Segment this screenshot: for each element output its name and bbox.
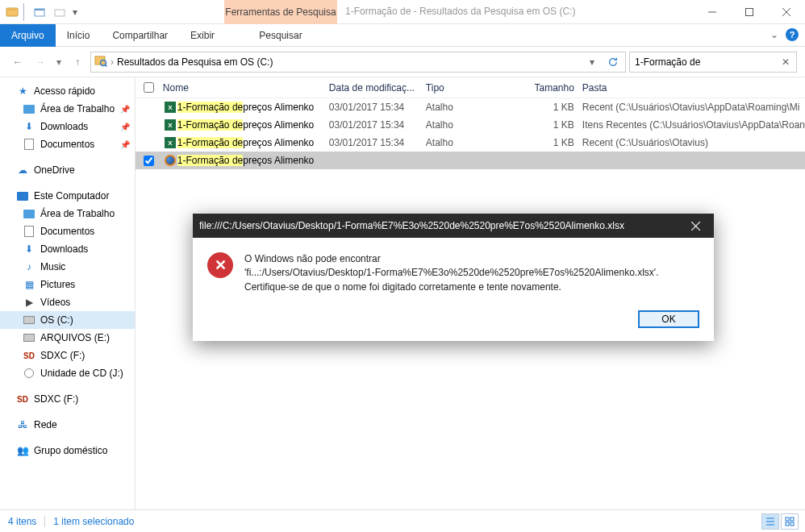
file-date: 03/01/2017 15:34 (329, 137, 426, 148)
cloud-icon: ☁ (16, 164, 29, 177)
excel-icon: X (163, 101, 177, 114)
search-clear-icon[interactable]: ✕ (780, 56, 791, 68)
qat-newfolder-icon[interactable] (51, 3, 69, 21)
ribbon-tab-share[interactable]: Compartilhar (101, 24, 179, 47)
nav-pc-videos[interactable]: ▶Vídeos (0, 293, 135, 311)
address-text[interactable]: Resultados da Pesquisa em OS (C:) (117, 56, 580, 68)
file-row[interactable]: X1-Formação de preços Alimenko03/01/2017… (136, 116, 805, 134)
search-results-icon (94, 54, 107, 69)
nav-sdxc[interactable]: SDSDXC (F:) (0, 390, 135, 408)
nav-pc-music[interactable]: ♪Music (0, 258, 135, 276)
file-row[interactable]: X1-Formação de preços Alimenko03/01/2017… (136, 98, 805, 116)
nav-pc-desktop[interactable]: Área de Trabalho (0, 205, 135, 222)
search-box[interactable]: ✕ (629, 52, 797, 73)
close-button[interactable] (768, 0, 805, 24)
pin-icon: 📌 (120, 105, 130, 114)
address-dropdown-icon[interactable]: ▾ (583, 53, 601, 71)
file-type: Atalho (426, 102, 513, 113)
download-icon: ⬇ (23, 120, 35, 133)
nav-pc-documents[interactable]: Documentos (0, 222, 135, 240)
minimize-button[interactable] (694, 0, 731, 24)
ribbon-tab-home[interactable]: Início (56, 24, 102, 47)
nav-this-pc[interactable]: Este Computador (0, 187, 135, 205)
column-date[interactable]: Data de modificaç... (329, 82, 426, 94)
nav-drive-f[interactable]: SDSDXC (F:) (0, 347, 135, 364)
svg-rect-6 (746, 9, 753, 16)
error-icon: ✕ (207, 252, 233, 278)
homegroup-icon: 👥 (16, 444, 29, 457)
nav-drive-e[interactable]: ARQUIVOS (E:) (0, 329, 135, 347)
view-icons-button[interactable] (781, 513, 799, 530)
navigation-pane[interactable]: ★Acesso rápido Área de Trabalho📌 ⬇Downlo… (0, 77, 136, 509)
nav-desktop[interactable]: Área de Trabalho📌 (0, 100, 135, 118)
videos-icon: ▶ (23, 296, 35, 309)
navigation-bar: ← → ▾ ↑ › Resultados da Pesquisa em OS (… (0, 47, 805, 77)
sd-icon: SD (23, 349, 35, 362)
nav-quick-access[interactable]: ★Acesso rápido (0, 82, 135, 100)
file-date: 03/01/2017 15:34 (329, 102, 426, 113)
music-icon: ♪ (23, 260, 35, 273)
search-input[interactable] (635, 56, 780, 68)
cd-icon (23, 367, 35, 380)
ribbon-file-tab[interactable]: Arquivo (0, 24, 56, 47)
svg-rect-15 (786, 517, 789, 521)
file-row[interactable]: X1-Formação de preços Alimenko03/01/2017… (136, 134, 805, 152)
column-folder[interactable]: Pasta (582, 82, 805, 94)
star-icon: ★ (16, 85, 29, 98)
view-details-button[interactable] (761, 513, 779, 530)
firefox-icon (163, 154, 177, 167)
nav-drive-c[interactable]: OS (C:) (0, 311, 135, 329)
nav-onedrive[interactable]: ☁OneDrive (0, 161, 135, 179)
network-icon: 🖧 (16, 418, 29, 431)
qat-properties-icon[interactable] (31, 3, 48, 21)
file-row[interactable]: 1-Formação de preços Alimenko (136, 152, 805, 169)
file-folder: Recent (C:\Usuários\Otavius\AppData\Roam… (582, 102, 805, 113)
status-selection-count: 1 item selecionado (53, 516, 134, 527)
nav-network[interactable]: 🖧Rede (0, 416, 135, 434)
refresh-icon[interactable] (604, 53, 622, 71)
excel-icon: X (163, 118, 177, 131)
column-name[interactable]: Nome (163, 82, 329, 94)
column-size[interactable]: Tamanho (513, 82, 582, 94)
drive-icon (23, 331, 35, 344)
nav-pc-pictures[interactable]: ▦Pictures (0, 276, 135, 293)
dialog-message: O Windows não pode encontrar 'fi...:/Use… (244, 252, 659, 294)
column-type[interactable]: Tipo (426, 82, 513, 94)
row-checkbox[interactable] (144, 156, 154, 166)
nav-forward-button[interactable]: → (31, 52, 50, 72)
dialog-titlebar[interactable]: file:///C:/Users/Otavius/Desktop/1-Forma… (193, 214, 714, 238)
file-size: 1 KB (513, 137, 582, 148)
status-bar: 4 itens 1 item selecionado (0, 509, 805, 532)
ribbon-tab-view[interactable]: Exibir (179, 24, 226, 47)
desktop-icon (23, 207, 35, 220)
pictures-icon: ▦ (23, 278, 35, 291)
select-all-checkbox[interactable] (144, 82, 154, 93)
file-folder: Itens Recentes (C:\Usuários\Otavius\AppD… (582, 119, 805, 131)
file-name: 1-Formação de preços Alimenko (177, 155, 329, 166)
drive-icon (23, 314, 35, 326)
nav-up-button[interactable]: ↑ (68, 52, 87, 72)
nav-downloads[interactable]: ⬇Downloads📌 (0, 118, 135, 135)
excel-icon: X (163, 136, 177, 149)
nav-back-button[interactable]: ← (8, 52, 27, 72)
nav-pc-downloads[interactable]: ⬇Downloads (0, 240, 135, 258)
file-name: 1-Formação de preços Alimenko (177, 137, 329, 148)
dialog-close-button[interactable] (683, 214, 707, 238)
dialog-ok-button[interactable]: OK (638, 310, 699, 328)
nav-homegroup[interactable]: 👥Grupo doméstico (0, 442, 135, 459)
nav-recent-dropdown[interactable]: ▾ (53, 52, 65, 72)
dialog-title-text: file:///C:/Users/Otavius/Desktop/1-Forma… (199, 220, 683, 231)
ribbon-expand-icon[interactable]: ⌄ (770, 30, 779, 39)
address-bar[interactable]: › Resultados da Pesquisa em OS (C:) ▾ (90, 52, 626, 73)
ribbon-tab-search[interactable]: Pesquisar (224, 24, 337, 47)
nav-documents[interactable]: Documentos📌 (0, 135, 135, 153)
qat-customize-dropdown[interactable]: ▾ (71, 3, 79, 21)
ribbon-context-tab-search[interactable]: Ferramentas de Pesquisa (224, 0, 337, 24)
svg-rect-18 (790, 522, 794, 526)
address-chevron-icon[interactable]: › (111, 56, 114, 68)
help-icon[interactable]: ? (786, 28, 799, 41)
nav-cd-drive[interactable]: Unidade de CD (J:) (0, 364, 135, 382)
maximize-button[interactable] (731, 0, 768, 24)
column-headers[interactable]: Nome Data de modificaç... Tipo Tamanho P… (136, 77, 805, 98)
file-name: 1-Formação de preços Alimenko (177, 102, 329, 113)
